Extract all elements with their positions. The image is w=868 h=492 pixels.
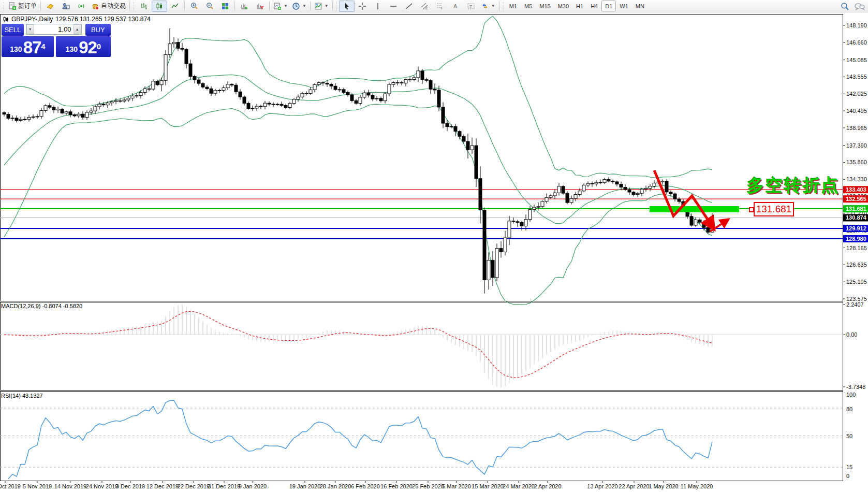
svg-text:E: E [425,6,428,10]
symbol-period-label: GBPJPY-,Daily [11,16,53,23]
clock-icon [292,2,300,10]
crosshair-button[interactable] [355,1,370,12]
svg-text:A: A [453,3,458,9]
tf-button-H1[interactable]: H1 [572,1,587,11]
svg-text:125.105: 125.105 [846,279,867,285]
cursor-button[interactable] [339,1,355,12]
price-level-flag[interactable]: 131.681 [754,202,794,216]
chart-shift-button[interactable] [252,1,268,12]
horizontal-line-button[interactable] [386,1,401,12]
rsi-value: 43.1327 [22,393,43,399]
svg-text:12 Dec 2019: 12 Dec 2019 [146,483,179,489]
trendline-button[interactable] [401,1,417,12]
svg-text:28 Jan 2020: 28 Jan 2020 [320,483,351,489]
svg-text:24 Nov 2019: 24 Nov 2019 [86,483,118,489]
volume-down-button[interactable]: ▼ [26,24,34,34]
tf-button-W1[interactable]: W1 [616,1,632,11]
price-chart-canvas[interactable]: 148.190146.660145.085143.555142.025140.4… [0,0,868,492]
svg-text:0.00: 0.00 [846,331,857,338]
data-window-button[interactable] [58,1,73,12]
autotrading-button[interactable]: 自动交易 [89,1,128,12]
one-click-trading-panel: SELL ▼ 1.00 ▲ BUY 130 87 4 130 92 0 [2,24,111,57]
svg-text:15 Mar 2020: 15 Mar 2020 [472,483,504,489]
svg-text:140.495: 140.495 [846,108,867,114]
signals-icon [77,2,85,10]
arrows-button[interactable]: ▼ [479,1,497,12]
new-order-button[interactable]: 新订单 [6,1,39,12]
svg-text:11 May 2020: 11 May 2020 [681,483,713,489]
data-window-icon [62,2,70,10]
community-chat-icon[interactable] [855,2,865,11]
candlestick-chart-icon [155,2,164,10]
svg-text:24 Mar 2020: 24 Mar 2020 [503,483,535,489]
turning-point-annotation[interactable]: 多空转折点 [747,174,840,197]
zoom-in-button[interactable] [186,1,202,12]
buy-button[interactable]: BUY [85,24,111,36]
tf-button-M30[interactable]: M30 [554,1,572,11]
ohlc-values: 129.576 131.265 129.537 130.874 [55,16,151,23]
svg-text:100: 100 [846,392,856,398]
chart-shift-icon [256,2,264,10]
text-icon: A [451,2,460,10]
sell-price-point: 4 [41,36,45,57]
periods-button[interactable]: ▼ [290,1,308,12]
chart-bars-button[interactable] [136,1,152,12]
chart-title: GBPJPY-,Daily 129.576 131.265 129.537 13… [3,16,151,23]
zoom-out-button[interactable] [202,1,217,12]
svg-text:16 Feb 2020: 16 Feb 2020 [380,483,413,489]
svg-text:9 Jan 2020: 9 Jan 2020 [239,483,267,489]
svg-text:3 Dec 2019: 3 Dec 2019 [116,483,145,489]
chart-candles-button[interactable] [152,1,167,12]
tf-button-MN[interactable]: MN [632,1,648,11]
volume-input[interactable]: 1.00 [34,24,73,34]
chart-line-button[interactable] [167,1,183,12]
new-chart-button[interactable]: ▼ [271,1,290,12]
rsi-indicator-label: RSI(14) 43.1327 [1,393,43,399]
dropdown-caret-icon: ▼ [302,4,306,8]
svg-text:25 Feb 2020: 25 Feb 2020 [412,483,444,489]
horizontal-line-icon [389,2,398,10]
text-button[interactable]: A [448,1,463,12]
sell-button[interactable]: SELL [2,24,24,36]
new-chart-icon [273,2,282,10]
svg-text:128.165: 128.165 [846,245,867,251]
svg-text:0: 0 [846,473,849,479]
signals-button[interactable] [73,1,89,12]
new-order-label: 新订单 [18,2,37,10]
svg-text:143.555: 143.555 [846,74,867,80]
tf-button-M15[interactable]: M15 [536,1,554,11]
volume-up-button[interactable]: ▲ [73,24,81,34]
search-icon[interactable] [841,2,849,11]
rsi-name: RSI(14) [1,393,21,399]
tile-windows-icon [221,2,229,10]
fibonacci-button[interactable]: F [432,1,448,12]
tf-button-M1[interactable]: M1 [506,1,521,11]
auto-scroll-button[interactable] [237,1,252,12]
vertical-line-button[interactable] [370,1,386,12]
svg-text:130.874: 130.874 [846,214,867,221]
tf-button-M5[interactable]: M5 [521,1,536,11]
tile-windows-button[interactable] [217,1,233,12]
macd-name: MACD(12,26,9) [1,303,40,309]
sell-price-display[interactable]: 130 87 4 [2,36,54,57]
market-watch-button[interactable] [42,1,58,12]
sell-price-pips: 87 [23,39,41,56]
svg-text:129.912: 129.912 [846,225,866,231]
equidistant-channel-button[interactable]: E [417,1,432,12]
svg-text:6 Feb 2020: 6 Feb 2020 [351,483,380,489]
text-label-button[interactable]: T [463,1,479,12]
tf-button-H4[interactable]: H4 [587,1,601,11]
spinner-down-icon: ▼ [28,27,32,31]
indicators-icon [314,2,322,10]
svg-text:2 Apr 2020: 2 Apr 2020 [534,483,561,489]
bar-chart-icon [140,2,148,10]
svg-text:133.403: 133.403 [846,186,866,193]
buy-price-display[interactable]: 130 92 0 [56,36,111,57]
auto-scroll-icon [240,2,248,10]
indicators-button[interactable]: ▼ [312,1,331,12]
tf-button-D1[interactable]: D1 [601,1,616,11]
trendline-icon [405,2,413,10]
toolbar-grip [3,2,5,10]
svg-text:F: F [441,6,443,10]
sell-price-figure: 130 [10,42,22,56]
